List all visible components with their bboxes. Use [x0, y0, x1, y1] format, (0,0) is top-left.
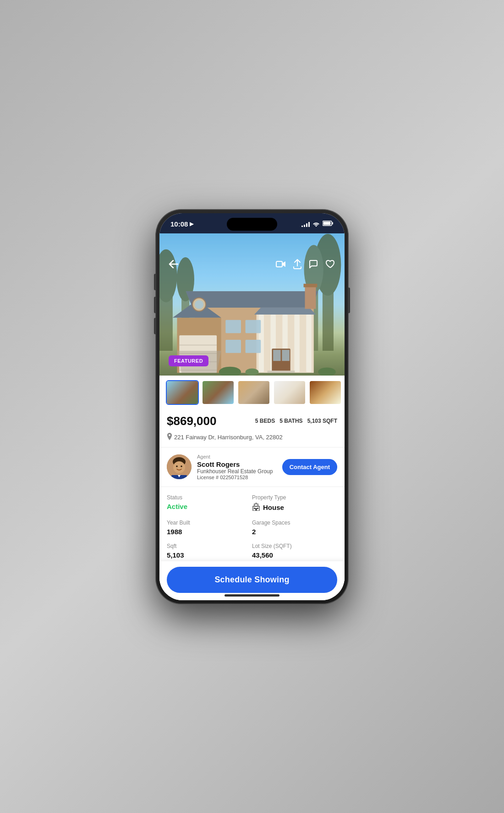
svg-rect-57 [255, 508, 257, 511]
location-icon: ▶ [190, 221, 193, 227]
garage-value: 2 [252, 528, 337, 536]
year-built-cell: Year Built 1988 [167, 520, 252, 536]
status-row: Status Active Property Type [167, 491, 337, 516]
wifi-icon [312, 221, 320, 228]
beds-spec: 5 BEDS [255, 418, 275, 424]
building-icon [252, 503, 260, 512]
svg-point-49 [181, 465, 182, 467]
house-type-text: House [263, 503, 284, 511]
sqft-value: 5,103 [167, 551, 252, 559]
status-cell: Status Active [167, 494, 252, 512]
dynamic-island [227, 218, 277, 231]
scrollable-content[interactable]: FEATURED [159, 233, 345, 600]
svg-rect-55 [254, 508, 255, 509]
garage-label: Garage Spaces [252, 520, 337, 526]
svg-point-41 [318, 367, 335, 375]
time-display: 10:08 [170, 220, 188, 228]
property-type-value: House [252, 503, 337, 512]
property-type-label: Property Type [252, 494, 337, 501]
svg-rect-33 [246, 339, 261, 353]
property-specs: 5 BEDS 5 BATHS 5,103 SQFT [255, 418, 337, 424]
nav-icons [276, 259, 335, 271]
svg-rect-39 [268, 371, 295, 373]
thumbnail-2[interactable] [202, 380, 235, 405]
chat-button[interactable] [309, 260, 318, 271]
featured-badge: FEATURED [169, 355, 208, 366]
svg-rect-56 [257, 508, 258, 509]
svg-rect-36 [282, 350, 289, 361]
svg-point-47 [173, 461, 185, 473]
schedule-showing-button[interactable]: Schedule Showing [167, 567, 337, 593]
property-type-cell: Property Type [252, 494, 337, 512]
battery-icon [323, 221, 334, 227]
year-built-value: 1988 [167, 528, 252, 536]
nav-bar [159, 254, 345, 277]
svg-rect-32 [225, 339, 241, 353]
lot-sqft-cell: Lot Size (SQFT) 43,560 [252, 543, 337, 559]
share-button[interactable] [293, 259, 301, 271]
contact-agent-button[interactable]: Contact Agent [282, 459, 337, 475]
thumbnail-4[interactable] [273, 380, 306, 405]
svg-rect-2 [323, 222, 331, 225]
video-button[interactable] [276, 260, 286, 270]
svg-rect-37 [305, 284, 316, 309]
status-icons [301, 221, 334, 228]
agent-avatar [167, 454, 192, 479]
svg-rect-30 [225, 320, 241, 333]
agent-name: Scott Rogers [197, 460, 277, 468]
lot-sqft-value: 43,560 [252, 551, 337, 559]
thumbnail-5[interactable] [309, 380, 342, 405]
svg-rect-53 [254, 504, 258, 506]
status-time: 10:08 ▶ [170, 220, 193, 228]
agent-label: Agent [197, 454, 277, 459]
svg-rect-38 [304, 283, 318, 287]
svg-point-24 [195, 300, 203, 309]
property-price: $869,000 [167, 414, 216, 428]
favorite-button[interactable] [325, 260, 335, 271]
home-indicator [225, 594, 279, 597]
svg-rect-31 [246, 320, 261, 333]
sqft-label: Sqft [167, 543, 252, 549]
year-garage-row: Year Built 1988 Garage Spaces 2 [167, 516, 337, 539]
sqft-spec: 5,103 SQFT [307, 418, 337, 424]
sqft-cell: Sqft 5,103 [167, 543, 252, 559]
svg-rect-1 [332, 222, 333, 225]
svg-point-48 [176, 465, 178, 467]
baths-spec: 5 BATHS [279, 418, 302, 424]
thumbnail-3[interactable] [237, 380, 270, 405]
agent-card: Agent Scott Rogers Funkhouser Real Estat… [167, 448, 337, 487]
year-built-label: Year Built [167, 520, 252, 526]
back-button[interactable] [169, 260, 179, 270]
svg-rect-20 [294, 315, 300, 372]
garage-cell: Garage Spaces 2 [252, 520, 337, 536]
signal-icon [301, 221, 310, 227]
property-address: 221 Fairway Dr, Harrisonburg, VA, 22802 [174, 434, 283, 441]
address-row: 221 Fairway Dr, Harrisonburg, VA, 22802 [167, 431, 337, 447]
hero-image: FEATURED [159, 233, 345, 376]
phone-screen: 10:08 ▶ [159, 213, 345, 600]
svg-rect-21 [306, 315, 312, 372]
thumbnail-strip [159, 376, 345, 409]
pin-icon [167, 433, 172, 442]
agent-license: License # 0225071528 [197, 475, 277, 480]
sqft-lot-row: Sqft 5,103 Lot Size (SQFT) 43,560 [167, 539, 337, 563]
price-row: $869,000 5 BEDS 5 BATHS 5,103 SQFT [167, 409, 337, 431]
status-value: Active [167, 503, 252, 510]
svg-rect-44 [276, 261, 282, 267]
phone-frame: 10:08 ▶ [156, 210, 348, 604]
agent-company: Funkhouser Real Estate Group [197, 468, 277, 475]
status-label: Status [167, 494, 252, 501]
svg-point-42 [246, 368, 259, 375]
thumbnail-1[interactable] [166, 380, 199, 405]
svg-rect-35 [273, 350, 280, 361]
agent-info: Agent Scott Rogers Funkhouser Real Estat… [197, 454, 277, 480]
lot-sqft-label: Lot Size (SQFT) [252, 543, 337, 549]
